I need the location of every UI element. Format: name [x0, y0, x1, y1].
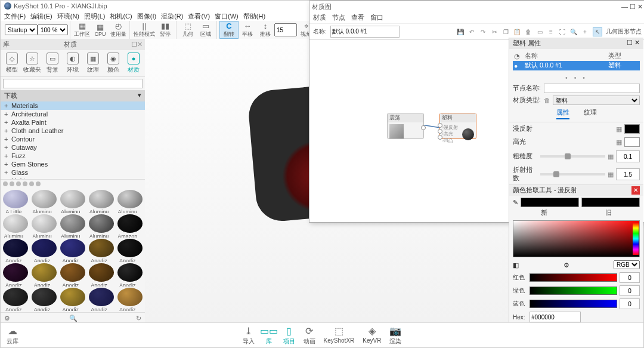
material-thumb[interactable]: Aluminu... [87, 214, 115, 238]
undock-icon[interactable]: ☐ [627, 39, 633, 46]
tree-item[interactable]: Cutaway [1, 143, 145, 152]
menu-light[interactable]: 照明(L) [84, 12, 105, 21]
sb-动画[interactable]: ⟳动画 [304, 325, 315, 346]
menu-env[interactable]: 环境(N) [57, 12, 79, 21]
material-thumb[interactable]: A Little... [2, 189, 30, 213]
sb-渲染[interactable]: 📷渲染 [389, 325, 401, 346]
blue-slider[interactable] [530, 300, 617, 308]
tb-pause[interactable]: ▮▮暂停 [156, 21, 174, 38]
menu-camera[interactable]: 相机(C) [110, 12, 132, 21]
mg-menu-material[interactable]: 材质 [313, 13, 326, 22]
lib-tab-背景[interactable]: ▭背景 [42, 53, 63, 74]
mg-menu-view[interactable]: 查看 [351, 13, 364, 22]
tree-item[interactable]: Axalta Paint [1, 118, 145, 127]
material-thumb[interactable]: Anodiz... [87, 238, 115, 262]
lib-tab-收藏夹[interactable]: ☆收藏夹 [22, 53, 42, 74]
mg-menu-window[interactable]: 窗口 [370, 13, 383, 22]
sb-项目[interactable]: ▯项目 [283, 325, 295, 346]
align-icon[interactable]: ≡ [547, 29, 555, 35]
mg-name-input[interactable] [330, 26, 400, 38]
close-icon[interactable]: ✕ [634, 39, 640, 46]
tree-item[interactable]: Gem Stones [1, 160, 145, 168]
zoom-select[interactable]: 100 % [38, 24, 68, 35]
ior-input[interactable] [616, 168, 640, 180]
material-thumb[interactable]: Anodiz... [87, 287, 115, 311]
sb-导入[interactable]: ⤓导入 [243, 325, 255, 346]
material-thumb[interactable]: Anodiz... [30, 263, 58, 287]
undo-icon[interactable]: ↶ [467, 29, 476, 35]
material-thumb[interactable]: Anodiz... [116, 238, 144, 262]
texture-icon[interactable]: ▦ [616, 138, 622, 146]
tb-dolly[interactable]: ↕推移 [256, 21, 274, 38]
material-thumb[interactable]: Anodiz... [116, 263, 144, 287]
mtype-select[interactable]: 塑料 [553, 96, 640, 105]
refresh-icon[interactable]: ↻ [136, 315, 141, 322]
search-input[interactable] [3, 79, 143, 88]
panel-close-icon[interactable]: ✕ [137, 41, 143, 48]
sb-KeyVR[interactable]: ◈KeyVR [363, 325, 381, 346]
chevron-down-icon[interactable]: ▾ [138, 91, 141, 100]
material-thumb[interactable]: Anodiz... [30, 287, 58, 311]
tree-item[interactable]: Glass [1, 168, 145, 177]
eyedropper-icon[interactable]: ✎ [513, 199, 518, 206]
tab-textures[interactable]: 纹理 [584, 109, 597, 119]
copy-icon[interactable]: ❐ [501, 29, 510, 35]
tree-item[interactable]: Contour [1, 135, 145, 143]
zoom-icon[interactable]: 🔍 [569, 29, 578, 35]
material-thumb[interactable]: Aluminu... [30, 189, 58, 213]
material-thumb[interactable]: Anodiz... [2, 263, 30, 287]
tb-usage[interactable]: ◴使用量 [109, 21, 128, 38]
tb-cpu[interactable]: ▦CPU [91, 21, 109, 38]
delete-icon[interactable]: 🗑 [524, 29, 532, 35]
diffuse-swatch[interactable] [624, 124, 640, 134]
settings-icon[interactable]: ⚙ [4, 315, 10, 322]
material-thumb[interactable]: Aluminu... [59, 214, 87, 238]
material-thumb[interactable]: Anodiz... [59, 287, 87, 311]
hex-input[interactable] [530, 312, 581, 322]
menu-edit[interactable]: 编辑(E) [30, 12, 52, 21]
material-row[interactable]: ●默认 0.0.0 #1塑料 [513, 61, 640, 70]
rough-slider[interactable] [540, 155, 605, 158]
material-thumb[interactable]: Anodiz... [2, 238, 30, 262]
material-thumb[interactable]: Anodiz... [59, 263, 87, 287]
input-port[interactable] [438, 129, 442, 134]
save-icon[interactable]: 💾 [456, 29, 465, 35]
menu-view[interactable]: 查看(V) [188, 12, 210, 21]
output-port[interactable] [421, 125, 426, 130]
tb-flip[interactable]: C翻转 [219, 21, 239, 39]
ior-slider[interactable] [540, 173, 605, 175]
material-thumb[interactable]: Anodiz... [30, 238, 58, 262]
material-thumb[interactable]: Aluminu... [59, 189, 87, 213]
lib-tab-颜色[interactable]: ◉颜色 [103, 53, 123, 74]
graph-node-plastic[interactable]: 塑料 ◦漫反射◦高光◦凹凸 [439, 113, 476, 139]
lib-tab-环境[interactable]: ◐环境 [63, 53, 83, 74]
pointer-tool[interactable]: ↖ [593, 27, 602, 36]
green-slider[interactable] [530, 287, 617, 295]
tree-item[interactable]: Cloth and Leather [1, 127, 145, 135]
tb-geom[interactable]: ⬚几何 [179, 21, 197, 38]
specular-swatch[interactable] [624, 137, 640, 147]
material-thumb[interactable]: Aluminu... [30, 214, 58, 238]
tb-region[interactable]: ▭区域 [197, 21, 215, 38]
sb-库[interactable]: ▭▭库 [263, 325, 275, 346]
material-thumb[interactable]: Anodiz... [2, 287, 30, 311]
graph-node-texture[interactable]: 震荡 [387, 113, 424, 139]
cp-close-button[interactable]: ✕ [631, 186, 640, 195]
material-thumb[interactable]: Aluminu... [2, 214, 30, 238]
red-input[interactable] [620, 272, 640, 283]
group-icon[interactable]: ▭ [535, 29, 544, 35]
color-area[interactable] [513, 220, 640, 257]
tree-item[interactable]: Light [1, 177, 145, 179]
texture-icon[interactable]: ▦ [608, 153, 614, 160]
lib-tab-材质[interactable]: ●材质 [123, 53, 144, 74]
node-name-input[interactable] [544, 84, 640, 93]
hue-slider[interactable] [633, 223, 639, 255]
tb-pan[interactable]: ↔平移 [239, 21, 256, 38]
lib-tab-纹理[interactable]: ▦纹理 [83, 53, 103, 74]
search-icon[interactable]: 🔍 [69, 315, 78, 322]
menu-window[interactable]: 窗口(W) [215, 12, 239, 21]
material-thumb[interactable]: Anodiz... [116, 287, 144, 311]
material-thumb[interactable]: Aluminu... [87, 189, 115, 213]
mode-select[interactable]: RGB [614, 260, 640, 269]
minimize-button[interactable]: — [621, 3, 628, 10]
